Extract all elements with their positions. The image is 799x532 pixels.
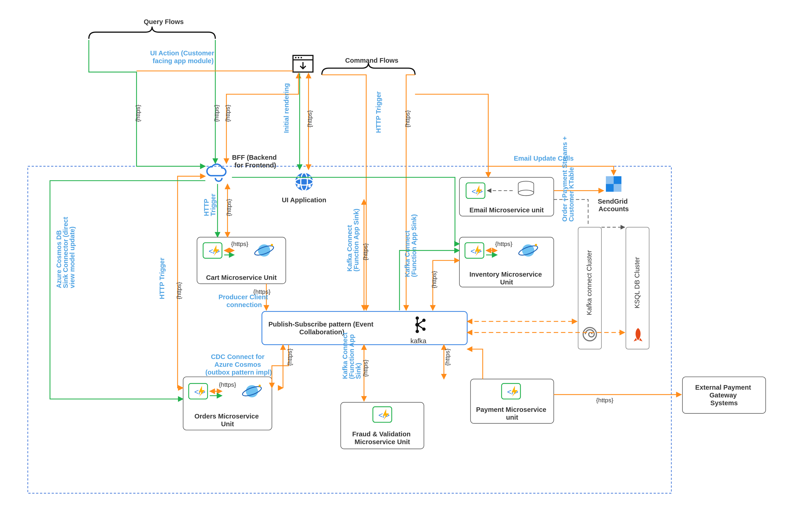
ui-app-icon (295, 173, 313, 191)
payment-microservice: Payment Microservice unit (471, 379, 554, 423)
title-query-flows: Query Flows (144, 18, 184, 25)
label-ui-app: UI Application (282, 196, 326, 204)
svg-text:Email Microservice unit: Email Microservice unit (469, 206, 544, 214)
svg-text:kafka: kafka (411, 337, 426, 345)
lbl-producer-client: Producer Client connection (219, 293, 270, 308)
svg-text:Fraud & Validation
      Micro: Fraud & Validation Microservice Unit (352, 430, 412, 445)
email-microservice: Email Microservice unit (459, 177, 554, 216)
architecture-diagram: </> (0, 0, 799, 532)
svg-rect-54 (262, 311, 467, 345)
brace-command (322, 63, 415, 75)
kafka-connect-cluster: Kafka connect Cluster (578, 227, 601, 349)
lbl-https-pf: {https} (362, 359, 369, 377)
external-payment-gateway: External Payment Gateway Systems (683, 377, 766, 414)
lbl-https-c2: {https} (404, 110, 411, 128)
lbl-order-payment-ktable: Order +Payment Streams + Customer KTable (561, 135, 575, 222)
lbl-kc-inv: Kafka Connect (Function App Sink) (404, 214, 418, 277)
edge-payment-pubsub-up (467, 349, 483, 379)
lbl-https-pi: {https} (431, 271, 437, 288)
svg-text:KSQL DB Cluster: KSQL DB Cluster (633, 257, 641, 308)
ksql-db-cluster: KSQL DB Cluster (626, 227, 649, 349)
lbl-https-b1: {https} (224, 104, 231, 122)
lbl-kc-mid: Kafka Connect (Function App Sink) (346, 209, 360, 272)
lbl-http-trigger-orders: HTTP Trigger (158, 258, 166, 299)
fraud-validation-microservice: Fraud & Validation Microservice Unit (341, 402, 424, 449)
lbl-https-pe: {https} (596, 397, 614, 404)
lbl-initial-rendering: Initial rendering (283, 83, 290, 133)
lbl-http-trigger-cart: HTTP Trigger (203, 194, 217, 216)
lbl-cosmos-sink: Azure Cosmos DB Sink Connector (direct v… (55, 215, 76, 288)
bff-cloud-icon (207, 164, 225, 181)
sendgrid-accounts: SendGrid Accounts (598, 176, 630, 213)
lbl-https-mid: {https} (362, 243, 369, 261)
pubsub-kafka: Publish-Subscribe pattern (Event Collabo… (262, 311, 467, 345)
lbl-https-po: {https} (286, 348, 293, 366)
brace-query (89, 26, 215, 39)
svg-text:{https}: {https} (231, 241, 249, 247)
svg-text:Cart Microservice Unit: Cart Microservice Unit (206, 274, 277, 281)
svg-text:Kafka connect Cluster: Kafka connect Cluster (585, 250, 593, 315)
lbl-https-bo: {https} (176, 282, 182, 299)
cart-microservice: {https} Cart Microservice Unit (197, 237, 286, 284)
svg-text:{https}: {https} (495, 241, 513, 247)
inventory-microservice: {https} Inventory Microservice Unit (459, 237, 554, 287)
svg-text:SendGrid
      Accounts: SendGrid Accounts (598, 197, 630, 213)
edge-cmd-left (322, 75, 366, 310)
edge-pubsub-orders2 (272, 345, 289, 388)
label-ui-action: UI Action (Customer facing app module) (150, 50, 216, 64)
lbl-https-u1: {https} (306, 110, 313, 128)
lbl-https-ql: {https} (134, 104, 141, 122)
label-bff: BFF (Backend for Frontend) (232, 154, 278, 169)
ui-action-icon (293, 55, 313, 72)
lbl-https-pp: {https} (444, 348, 451, 366)
title-command-flows: Command Flows (345, 57, 398, 64)
orders-microservice: {https} Orders Microservice Unit (183, 377, 272, 430)
lbl-cdc-outbox: CDC Connect for Azure Cosmos (outbox pat… (205, 353, 272, 376)
lbl-http-trigger-cmd: HTTP Trigger (375, 91, 382, 133)
edge-email-update (415, 94, 614, 175)
lbl-https-qr: {https} (213, 104, 220, 122)
lbl-https-bc: {https} (225, 199, 232, 216)
svg-text:{https}: {https} (219, 381, 236, 388)
